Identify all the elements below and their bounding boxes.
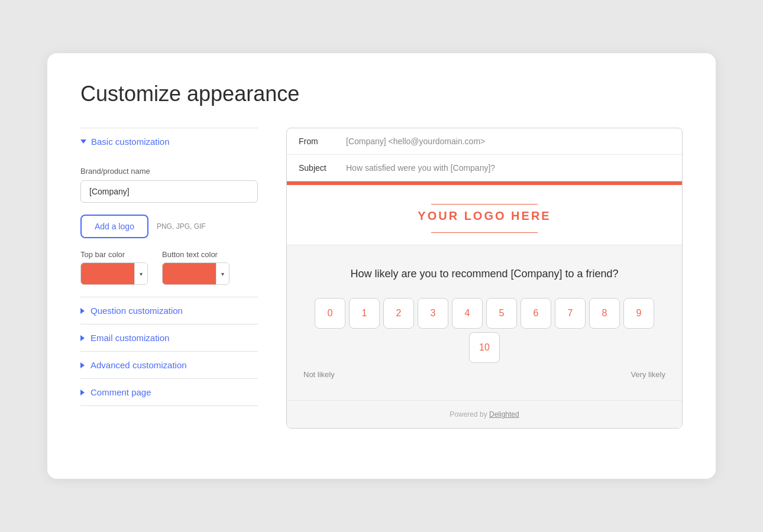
email-headers: From [Company] <hello@yourdomain.com> Su… <box>287 128 682 181</box>
email-body: YoUR Logo HERE How likely are you to rec… <box>287 181 682 428</box>
chevron-right-icon-4 <box>80 390 85 395</box>
button-text-color-dropdown-arrow: ▾ <box>216 263 229 284</box>
label-not-likely: Not likely <box>303 370 335 379</box>
nps-button-9[interactable]: 9 <box>623 298 654 329</box>
subject-row: Subject How satisfied were you with [Com… <box>287 155 682 181</box>
nps-labels: Not likely Very likely <box>301 370 668 379</box>
basic-customization-header[interactable]: Basic customization <box>80 128 258 155</box>
logo-hint: PNG, JPG, GIF <box>157 222 206 231</box>
email-customization-label: Email customization <box>90 333 169 343</box>
nps-button-8[interactable]: 8 <box>589 298 620 329</box>
top-bar-color-picker[interactable]: ▾ <box>80 262 148 285</box>
from-row: From [Company] <hello@yourdomain.com> <box>287 128 682 155</box>
basic-customization-content: Brand/product name Add a logo PNG, JPG, … <box>80 155 258 297</box>
button-text-color-field: Button text color ▾ <box>162 250 229 285</box>
advanced-customization-label: Advanced customization <box>90 360 187 370</box>
top-bar-color-dropdown-arrow: ▾ <box>134 263 147 284</box>
subject-label: Subject <box>299 163 346 173</box>
nps-button-7[interactable]: 7 <box>555 298 586 329</box>
subject-value: How satisfied were you with [Company]? <box>346 163 495 173</box>
email-footer: Powered by Delighted <box>287 400 682 428</box>
from-value: [Company] <hello@yourdomain.com> <box>346 137 485 146</box>
button-text-color-swatch <box>163 263 216 284</box>
from-label: From <box>299 137 346 146</box>
logo-placeholder: YoUR Logo HERE <box>418 209 551 228</box>
footer-text: Powered by <box>450 410 487 419</box>
color-row: Top bar color ▾ Button text color ▾ <box>80 250 258 285</box>
top-bar-color-field: Top bar color ▾ <box>80 250 148 285</box>
button-text-color-picker[interactable]: ▾ <box>162 262 229 285</box>
email-logo-area: YoUR Logo HERE <box>287 185 682 245</box>
main-card: Customize appearance Basic customization… <box>47 53 716 479</box>
nps-button-6[interactable]: 6 <box>520 298 551 329</box>
page-title: Customize appearance <box>80 82 683 106</box>
label-very-likely: Very likely <box>631 370 665 379</box>
survey-question: How likely are you to recommend [Company… <box>301 267 668 281</box>
basic-customization-label: Basic customization <box>91 137 170 147</box>
chevron-right-icon-3 <box>80 362 85 368</box>
logo-row: Add a logo PNG, JPG, GIF <box>80 215 258 238</box>
email-survey-area: How likely are you to recommend [Company… <box>287 245 682 400</box>
nps-button-3[interactable]: 3 <box>418 298 448 329</box>
top-bar-color-swatch <box>81 263 134 284</box>
email-customization-item[interactable]: Email customization <box>80 325 258 352</box>
chevron-down-icon <box>80 140 86 144</box>
left-panel: Basic customization Brand/product name A… <box>80 128 258 429</box>
nps-button-4[interactable]: 4 <box>452 298 483 329</box>
logo-line-bottom <box>431 232 538 233</box>
chevron-right-icon <box>80 308 85 314</box>
comment-page-item[interactable]: Comment page <box>80 379 258 406</box>
right-panel: From [Company] <hello@yourdomain.com> Su… <box>286 128 683 429</box>
nps-button-1[interactable]: 1 <box>349 298 380 329</box>
top-bar-color-label: Top bar color <box>80 250 148 259</box>
nps-button-10[interactable]: 10 <box>469 332 500 363</box>
email-preview: From [Company] <hello@yourdomain.com> Su… <box>286 128 683 429</box>
nps-buttons: 012345678910 <box>301 298 668 363</box>
question-customization-label: Question customization <box>90 306 183 316</box>
question-customization-item[interactable]: Question customization <box>80 297 258 325</box>
brand-name-input[interactable] <box>80 180 258 203</box>
nps-button-0[interactable]: 0 <box>315 298 345 329</box>
add-logo-button[interactable]: Add a logo <box>80 215 148 238</box>
brand-name-label: Brand/product name <box>80 167 258 176</box>
content-layout: Basic customization Brand/product name A… <box>80 128 683 429</box>
logo-line-top <box>431 204 538 205</box>
nps-button-5[interactable]: 5 <box>486 298 517 329</box>
button-text-color-label: Button text color <box>162 250 229 259</box>
comment-page-label: Comment page <box>90 387 151 397</box>
footer-link[interactable]: Delighted <box>489 410 519 419</box>
advanced-customization-item[interactable]: Advanced customization <box>80 352 258 379</box>
nps-button-2[interactable]: 2 <box>383 298 414 329</box>
chevron-right-icon-2 <box>80 335 85 341</box>
